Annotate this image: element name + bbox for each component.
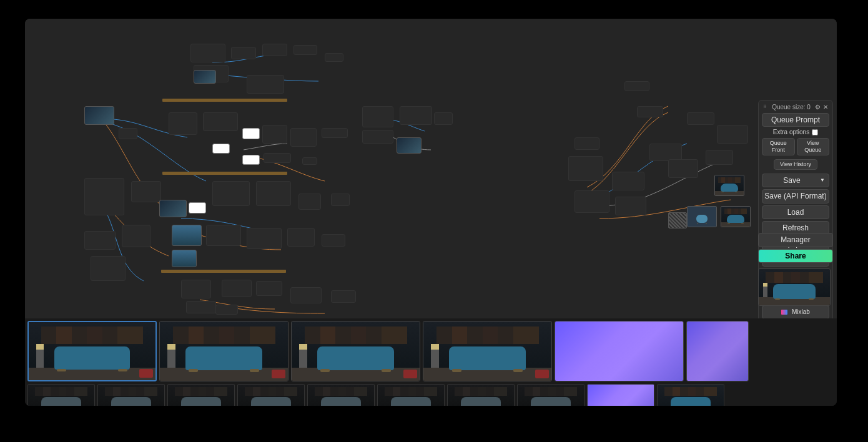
extra-options-checkbox[interactable] (812, 129, 818, 135)
graph-node[interactable] (189, 202, 206, 214)
graph-node[interactable] (624, 81, 649, 91)
share-button[interactable]: Share (758, 249, 833, 263)
gallery-thumb[interactable] (27, 384, 95, 406)
gallery-thumb[interactable] (167, 384, 235, 406)
graph-node[interactable] (325, 53, 343, 62)
graph-node[interactable] (169, 112, 197, 135)
graph-node[interactable] (84, 106, 114, 125)
graph-node[interactable] (212, 144, 230, 154)
graph-node[interactable] (637, 106, 663, 117)
graph-node[interactable] (194, 70, 216, 84)
graph-node[interactable] (322, 128, 348, 138)
gallery-thumb[interactable] (237, 384, 305, 406)
graph-node[interactable] (122, 225, 150, 247)
graph-node[interactable] (331, 290, 356, 303)
graph-node[interactable] (262, 125, 287, 144)
graph-node[interactable] (206, 225, 241, 246)
graph-node[interactable] (131, 181, 161, 202)
graph-node[interactable] (242, 155, 260, 165)
save-dropdown[interactable]: Save ▼ (762, 174, 829, 187)
graph-node[interactable] (119, 128, 137, 139)
graph-node[interactable] (290, 128, 317, 147)
gallery-thumb[interactable] (27, 321, 157, 381)
queue-front-button[interactable]: Queue Front (762, 138, 795, 155)
graph-node[interactable] (362, 106, 393, 127)
graph-node[interactable] (397, 137, 422, 154)
graph-node[interactable] (290, 287, 322, 303)
graph-node[interactable] (242, 128, 260, 139)
graph-node[interactable] (181, 280, 211, 298)
graph-node[interactable] (287, 228, 315, 247)
graph-node[interactable] (91, 256, 126, 281)
noise-preview (668, 212, 687, 228)
graph-node[interactable] (687, 112, 714, 125)
mixlab-logo-icon (781, 310, 787, 315)
drag-handle-icon[interactable]: ⠿ (763, 104, 767, 110)
gallery-thumb[interactable] (587, 384, 654, 406)
graph-node[interactable] (298, 194, 321, 210)
graph-node[interactable] (612, 172, 644, 190)
graph-node[interactable] (256, 281, 282, 296)
close-icon[interactable]: ✕ (823, 104, 828, 110)
graph-node[interactable] (262, 44, 287, 56)
gallery-thumb[interactable] (657, 384, 724, 406)
graph-node[interactable] (568, 156, 603, 181)
graph-node[interactable] (256, 181, 291, 206)
graph-node[interactable] (331, 194, 350, 206)
save-dropdown-label: Save (783, 176, 800, 185)
graph-node[interactable] (186, 301, 216, 313)
graph-node[interactable] (706, 150, 733, 165)
graph-node[interactable] (247, 75, 284, 94)
node-graph-canvas[interactable] (25, 19, 837, 318)
graph-node[interactable] (212, 181, 250, 206)
gear-icon[interactable]: ⚙ (815, 104, 821, 110)
graph-node[interactable] (362, 130, 393, 144)
flag-badge (139, 369, 153, 378)
gallery-thumb[interactable] (423, 321, 552, 381)
gallery-thumb[interactable] (377, 384, 445, 406)
graph-node[interactable] (400, 106, 432, 125)
graph-node[interactable] (434, 112, 453, 125)
gallery-thumb[interactable] (447, 384, 515, 406)
graph-node[interactable] (190, 44, 225, 62)
gallery-thumb[interactable] (517, 384, 584, 406)
graph-node[interactable] (293, 45, 317, 55)
gallery-thumb[interactable] (97, 384, 165, 406)
flag-badge (272, 370, 285, 378)
queue-prompt-button[interactable]: Queue Prompt (762, 113, 829, 127)
load-button[interactable]: Load (762, 205, 829, 219)
graph-node[interactable] (668, 159, 698, 178)
graph-node[interactable] (302, 157, 317, 165)
graph-node[interactable] (264, 153, 291, 163)
graph-node[interactable] (322, 234, 345, 247)
graph-node[interactable] (231, 47, 256, 59)
save-api-button[interactable]: Save (API Format) (762, 189, 829, 203)
graph-node[interactable] (159, 200, 187, 217)
graph-node[interactable] (649, 144, 682, 161)
manager-button[interactable]: Manager (758, 233, 833, 247)
gallery-thumb[interactable] (686, 321, 749, 381)
graph-node[interactable] (172, 225, 202, 246)
view-history-button[interactable]: View History (774, 159, 817, 170)
graph-node[interactable] (172, 250, 197, 267)
gallery-row-bottom (27, 384, 724, 406)
view-queue-button[interactable]: View Queue (797, 138, 830, 155)
graph-node[interactable] (222, 280, 252, 297)
output-preview[interactable] (758, 268, 831, 306)
graph-node[interactable] (84, 178, 124, 215)
graph-node[interactable] (84, 231, 116, 250)
graph-node[interactable] (215, 305, 238, 315)
graph-node[interactable] (575, 137, 599, 150)
graph-group-bar (162, 99, 287, 102)
gallery-thumb[interactable] (555, 321, 684, 381)
graph-node[interactable] (717, 125, 748, 144)
graph-node[interactable] (575, 190, 609, 213)
graph-node[interactable] (615, 197, 646, 215)
gallery-thumb[interactable] (159, 321, 289, 381)
gallery-thumb[interactable] (291, 321, 420, 381)
mixlab-label: Mixlab (792, 308, 810, 315)
graph-group-bar (161, 270, 286, 273)
graph-node[interactable] (203, 112, 238, 131)
graph-node[interactable] (247, 228, 282, 249)
gallery-thumb[interactable] (307, 384, 375, 406)
